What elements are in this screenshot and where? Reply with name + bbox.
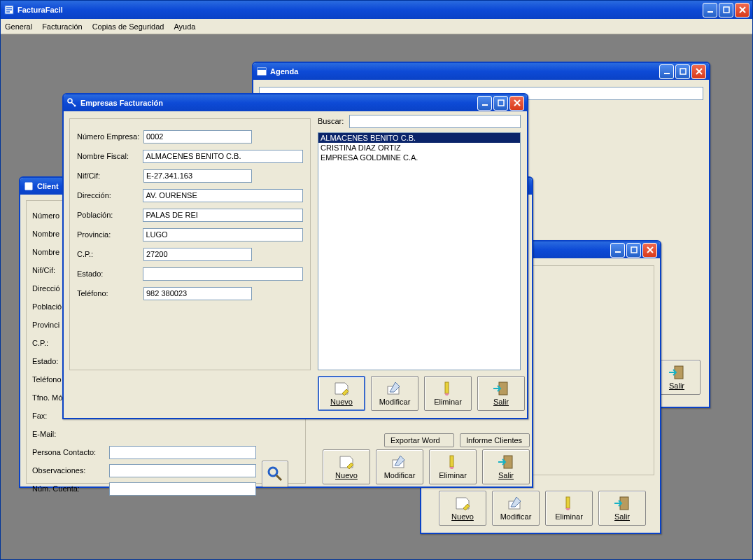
list-item[interactable]: ALMACENES BENITO C.B. — [318, 133, 520, 143]
empresas-window[interactable]: Empresas Facturación Número Empresa: Nom… — [62, 93, 528, 419]
clientes-nuevo-button[interactable]: Nuevo — [323, 449, 370, 484]
exit-icon — [613, 496, 631, 511]
svg-rect-22 — [445, 382, 449, 393]
untitled-maximize-button[interactable] — [626, 243, 641, 258]
new-icon — [332, 381, 351, 396]
delete-icon — [439, 381, 457, 396]
menu-facturacion[interactable]: Facturación — [42, 22, 82, 31]
clientes-exportar-button[interactable]: Exportar Word — [384, 433, 454, 447]
empresas-titlebar[interactable]: Empresas Facturación — [64, 94, 527, 111]
menu-ayuda[interactable]: Ayuda — [174, 22, 195, 31]
svg-rect-6 — [680, 69, 686, 74]
clientes-email-label: E-Mail: — [32, 430, 99, 438]
edit-icon — [386, 381, 404, 396]
menu-copias[interactable]: Copias de Seguridad — [92, 22, 164, 31]
exit-icon — [668, 365, 686, 380]
agenda-minimize-button[interactable] — [659, 64, 674, 79]
edit-icon — [507, 496, 525, 511]
clientes-persona-label: Persona Contacto: — [32, 448, 109, 456]
agenda-maximize-button[interactable] — [675, 64, 690, 79]
nifcif-label: Nif/Cif: — [77, 172, 143, 180]
new-icon — [337, 454, 356, 470]
app-title: FacturaFacil — [17, 6, 703, 14]
poblacion-input[interactable] — [143, 209, 303, 222]
direccion-label: Dirección: — [77, 191, 143, 200]
svg-line-14 — [276, 475, 281, 480]
edit-icon — [390, 454, 409, 470]
cp-input[interactable] — [143, 248, 252, 261]
list-item[interactable]: CRISTINA DIAZ ORTIZ — [318, 143, 520, 153]
provincia-label: Provincia: — [77, 230, 143, 239]
menubar: General Facturación Copias de Seguridad … — [1, 19, 752, 34]
direccion-input[interactable] — [143, 189, 303, 202]
untitled-salir-button[interactable]: Salir — [598, 491, 646, 526]
numero-label: Número Empresa: — [77, 132, 143, 141]
new-icon — [453, 496, 472, 511]
estado-label: Estado: — [77, 270, 143, 278]
clientes-numcuenta-label: Núm. Cuenta: — [32, 484, 109, 493]
agenda-close-button[interactable] — [691, 64, 706, 79]
clientes-observ-label: Observaciones: — [32, 466, 109, 475]
empresas-button-row: Nuevo Modificar Eliminar Salir — [318, 376, 525, 411]
clientes-modificar-button[interactable]: Modificar — [376, 449, 423, 484]
app-icon — [3, 4, 15, 15]
estado-input[interactable] — [143, 267, 303, 281]
untitled-nuevo-button[interactable]: Nuevo — [439, 491, 486, 526]
empresas-title: Empresas Facturación — [80, 99, 477, 107]
clientes-persona-input[interactable] — [109, 446, 256, 459]
agenda-icon — [256, 66, 267, 77]
untitled-button-row: Nuevo Modificar Eliminar Salir — [439, 491, 646, 526]
clientes-search-button[interactable] — [262, 461, 288, 487]
empresas-eliminar-button[interactable]: Eliminar — [424, 376, 472, 411]
empresas-salir-button[interactable]: Salir — [477, 376, 525, 411]
mdi-area: Agenda Salir — [2, 34, 751, 558]
empresas-listbox[interactable]: ALMACENES BENITO C.B. CRISTINA DIAZ ORTI… — [318, 132, 521, 370]
nombre-input[interactable] — [143, 150, 303, 163]
provincia-input[interactable] — [143, 228, 303, 241]
clientes-button-row: Nuevo Modificar Eliminar Salir — [323, 449, 530, 484]
magnifier-icon — [267, 465, 283, 482]
empresas-minimize-button[interactable] — [477, 96, 492, 111]
menu-general[interactable]: General — [5, 22, 32, 31]
empresas-nuevo-button[interactable]: Nuevo — [318, 376, 365, 411]
clientes-eliminar-button[interactable]: Eliminar — [429, 449, 477, 484]
telefono-label: Teléfono: — [77, 289, 143, 298]
untitled-close-button[interactable] — [642, 243, 657, 258]
poblacion-label: Población: — [77, 211, 143, 219]
book-icon — [23, 181, 34, 192]
agenda-title: Agenda — [270, 67, 659, 76]
buscar-input[interactable] — [349, 115, 521, 128]
telefono-input[interactable] — [143, 287, 252, 300]
clientes-numcuenta-input[interactable] — [109, 482, 256, 496]
untitled-modificar-button[interactable]: Modificar — [492, 491, 540, 526]
cp-label: C.P.: — [77, 250, 143, 258]
exit-icon — [497, 454, 515, 470]
empresas-modificar-button[interactable]: Modificar — [371, 376, 418, 411]
agenda-titlebar[interactable]: Agenda — [253, 63, 709, 80]
empresas-close-button[interactable] — [509, 96, 524, 111]
app-close-button[interactable] — [735, 3, 750, 18]
agenda-salir-label: Salir — [669, 382, 684, 390]
svg-rect-16 — [450, 456, 453, 467]
app-titlebar: FacturaFacil — [1, 1, 752, 19]
untitled-minimize-button[interactable] — [610, 243, 625, 258]
untitled-eliminar-button[interactable]: Eliminar — [545, 491, 593, 526]
clientes-observ-input[interactable] — [109, 464, 256, 477]
svg-rect-20 — [498, 100, 504, 106]
svg-rect-4 — [258, 68, 266, 70]
numero-input[interactable] — [143, 130, 252, 144]
empresas-body: Número Empresa: Nombre Fiscal: Nif/Cif: … — [64, 111, 527, 418]
clientes-informe-button[interactable]: Informe Clientes — [460, 433, 530, 447]
agenda-window-buttons — [659, 64, 706, 79]
app-maximize-button[interactable] — [719, 3, 733, 18]
exit-icon — [492, 381, 510, 396]
empresas-maximize-button[interactable] — [493, 96, 508, 111]
clientes-salir-button[interactable]: Salir — [482, 449, 530, 484]
nombre-label: Nombre Fiscal: — [77, 152, 143, 160]
app-minimize-button[interactable] — [703, 3, 717, 18]
list-item[interactable]: EMPRESA GOLDMINE C.A. — [318, 153, 520, 162]
svg-point-13 — [269, 468, 277, 476]
buscar-label: Buscar: — [318, 117, 344, 125]
nifcif-input[interactable] — [143, 169, 252, 183]
delete-icon — [444, 454, 462, 470]
